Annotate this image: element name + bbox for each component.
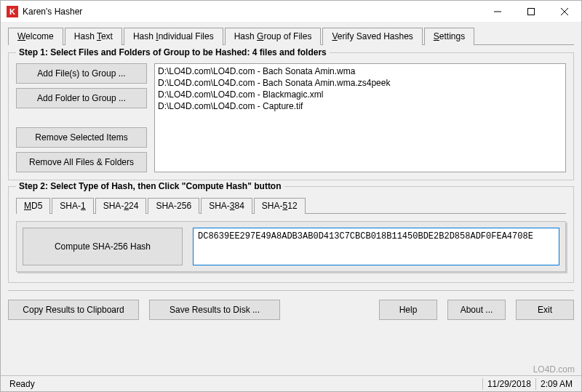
- hash-tab-5[interactable]: SHA-512: [254, 198, 306, 214]
- add-files-button[interactable]: Add File(s) to Group ...: [16, 63, 147, 84]
- compute-hash-button[interactable]: Compute SHA-256 Hash: [23, 228, 183, 265]
- step1-groupbox: Step 1: Select Files and Folders of Grou…: [8, 52, 574, 180]
- minimize-button[interactable]: [481, 1, 514, 23]
- main-tab-2[interactable]: Hash Individual Files: [124, 28, 223, 45]
- hash-result-field[interactable]: DC8639EE297E49A8ADB3AB0D413C7CBCB018B114…: [193, 228, 559, 265]
- maximize-button[interactable]: [514, 1, 548, 23]
- app-icon: K: [7, 6, 18, 17]
- main-tab-0[interactable]: Welcome: [8, 28, 63, 45]
- add-folder-button[interactable]: Add Folder to Group ...: [16, 88, 147, 108]
- status-date: 11/29/2018: [483, 379, 535, 389]
- step2-legend: Step 2: Select Type of Hash, then Click …: [16, 181, 284, 191]
- help-button[interactable]: Help: [379, 300, 437, 320]
- main-tab-4[interactable]: Verify Saved Hashes: [322, 28, 422, 45]
- close-button[interactable]: [548, 1, 581, 23]
- bottom-button-row: Copy Results to Clipboard Save Results t…: [8, 295, 574, 321]
- file-list-item[interactable]: D:\LO4D.com\LO4D.com - Capture.tif: [158, 100, 562, 112]
- hash-tab-0[interactable]: MD5: [16, 198, 50, 214]
- status-bar: Ready 11/29/2018 2:09 AM: [1, 375, 581, 391]
- status-text: Ready: [5, 379, 482, 389]
- file-list-item[interactable]: D:\LO4D.com\LO4D.com - Blackmagic.xml: [158, 89, 562, 100]
- svg-rect-1: [528, 8, 535, 15]
- hash-tab-2[interactable]: SHA-224: [95, 198, 147, 214]
- file-list[interactable]: D:\LO4D.com\LO4D.com - Bach Sonata Amin.…: [154, 63, 566, 172]
- hash-tab-4[interactable]: SHA-384: [201, 198, 252, 214]
- status-time: 2:09 AM: [536, 379, 577, 389]
- copy-results-button[interactable]: Copy Results to Clipboard: [8, 300, 139, 320]
- step2-groupbox: Step 2: Select Type of Hash, then Click …: [8, 186, 574, 283]
- watermark: LO4D.com: [533, 364, 575, 375]
- window-title: Karen's Hasher: [23, 7, 481, 17]
- exit-button[interactable]: Exit: [516, 300, 574, 320]
- step1-legend: Step 1: Select Files and Folders of Grou…: [16, 47, 330, 57]
- main-tabstrip: WelcomeHash TextHash Individual FilesHas…: [8, 27, 574, 45]
- titlebar: K Karen's Hasher: [1, 1, 581, 23]
- remove-selected-button[interactable]: Remove Selected Items: [16, 127, 147, 148]
- about-button[interactable]: About ...: [447, 300, 506, 320]
- separator: [8, 290, 574, 291]
- main-tab-1[interactable]: Hash Text: [65, 28, 122, 45]
- main-tab-5[interactable]: Settings: [424, 28, 474, 45]
- main-tab-3[interactable]: Hash Group of Files: [225, 28, 322, 45]
- file-list-item[interactable]: D:\LO4D.com\LO4D.com - Bach Sonata Amin.…: [158, 77, 562, 89]
- file-list-item[interactable]: D:\LO4D.com\LO4D.com - Bach Sonata Amin.…: [158, 65, 562, 77]
- hash-type-tabs: MD5SHA-1SHA-224SHA-256SHA-384SHA-512: [16, 197, 566, 214]
- hash-tab-3[interactable]: SHA-256: [148, 198, 199, 214]
- save-results-button[interactable]: Save Results to Disk ...: [149, 300, 280, 320]
- remove-all-button[interactable]: Remove All Files & Folders: [16, 152, 147, 172]
- spacer: [16, 113, 147, 123]
- hash-tab-1[interactable]: SHA-1: [52, 198, 93, 214]
